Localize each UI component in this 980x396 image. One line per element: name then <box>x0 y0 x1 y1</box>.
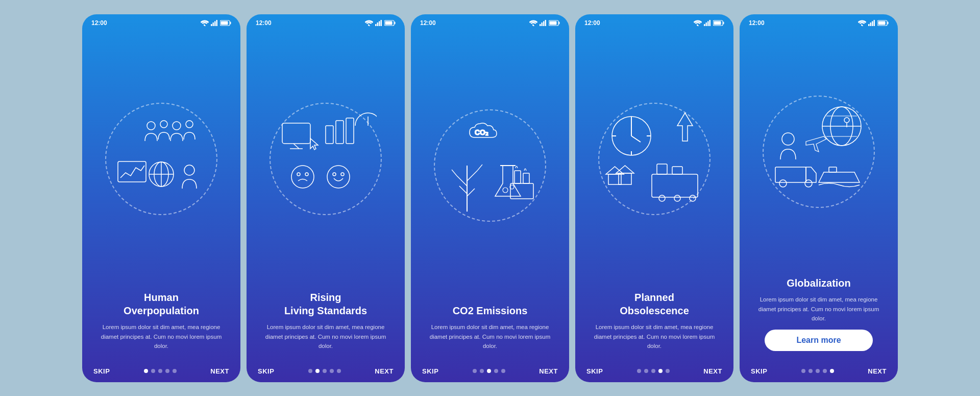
svg-point-34 <box>327 166 350 188</box>
dots-5 <box>801 369 834 373</box>
screen-3: 12:00 <box>411 14 569 382</box>
svg-line-25 <box>293 144 299 149</box>
svg-marker-76 <box>616 166 634 173</box>
skip-5[interactable]: SKIP <box>751 367 767 375</box>
co2-illustration: CO₂ <box>439 114 541 217</box>
svg-text:CO₂: CO₂ <box>475 128 488 136</box>
svg-rect-60 <box>707 21 709 26</box>
icon-area-3: CO₂ <box>411 29 569 298</box>
dot-1-4 <box>173 369 177 373</box>
dot-4-4 <box>666 369 670 373</box>
wifi-icon <box>201 20 209 26</box>
battery-icon-4 <box>713 20 724 26</box>
svg-rect-58 <box>704 24 705 26</box>
status-bar-3: 12:00 <box>411 14 569 29</box>
svg-rect-98 <box>775 167 806 182</box>
dot-5-2 <box>816 369 820 373</box>
screen-1: 12:00 <box>82 14 240 382</box>
time-3: 12:00 <box>420 19 436 27</box>
learn-more-button[interactable]: Learn more <box>765 330 873 351</box>
status-icons-3 <box>529 20 560 26</box>
svg-rect-77 <box>652 174 698 197</box>
dot-3-1 <box>480 369 484 373</box>
svg-rect-83 <box>868 24 870 26</box>
signal-icon-4 <box>704 20 711 26</box>
bottom-nav-4: SKIP NEXT <box>575 363 733 382</box>
svg-rect-63 <box>723 21 724 24</box>
dot-1-3 <box>165 369 169 373</box>
wifi-icon-2 <box>365 20 373 26</box>
signal-icon-2 <box>375 20 382 26</box>
svg-line-46 <box>457 176 467 186</box>
desc-5: Lorem ipsum dolor sit dim amet, mea regi… <box>751 295 887 323</box>
svg-rect-24 <box>282 123 310 144</box>
next-4[interactable]: NEXT <box>703 367 722 375</box>
svg-rect-22 <box>395 21 396 24</box>
skip-1[interactable]: SKIP <box>93 367 110 375</box>
svg-point-100 <box>805 180 812 187</box>
dot-2-0 <box>308 369 312 373</box>
svg-rect-29 <box>346 118 354 144</box>
svg-rect-86 <box>874 20 875 26</box>
desc-4: Lorem ipsum dolor sit dim amet, mea regi… <box>586 322 722 351</box>
icon-area-5 <box>740 29 898 271</box>
svg-rect-38 <box>542 22 543 26</box>
svg-point-32 <box>297 173 300 176</box>
svg-rect-17 <box>375 24 377 26</box>
svg-rect-57 <box>523 173 529 183</box>
dots-4 <box>637 369 670 373</box>
next-3[interactable]: NEXT <box>539 367 558 375</box>
svg-rect-39 <box>543 21 545 26</box>
svg-rect-18 <box>377 22 379 26</box>
title-1: HumanOverpopulation <box>93 291 229 317</box>
dot-2-1 <box>315 369 320 373</box>
svg-point-81 <box>674 195 680 201</box>
svg-rect-78 <box>657 164 667 174</box>
svg-line-49 <box>467 189 475 196</box>
icon-area-2 <box>247 29 405 285</box>
svg-rect-37 <box>540 24 541 26</box>
skip-3[interactable]: SKIP <box>422 367 438 375</box>
screen-2: 12:00 <box>247 14 405 382</box>
dot-5-3 <box>823 369 827 373</box>
content-area-3: CO2 Emissions Lorem ipsum dolor sit dim … <box>411 298 569 363</box>
wifi-icon-4 <box>694 20 702 26</box>
battery-icon <box>220 20 231 26</box>
dot-1-0 <box>144 369 148 373</box>
svg-point-35 <box>333 173 336 176</box>
svg-rect-27 <box>326 126 333 144</box>
svg-rect-20 <box>381 20 382 26</box>
svg-rect-19 <box>379 21 380 26</box>
dot-5-0 <box>801 369 805 373</box>
icon-area-4 <box>575 29 733 285</box>
skip-4[interactable]: SKIP <box>586 367 603 375</box>
svg-rect-1 <box>213 22 214 26</box>
skip-2[interactable]: SKIP <box>258 367 274 375</box>
svg-point-95 <box>844 118 849 123</box>
icon-circle-5 <box>763 96 875 208</box>
svg-rect-79 <box>672 167 682 174</box>
svg-rect-56 <box>514 171 521 183</box>
content-area-2: RisingLiving Standards Lorem ipsum dolor… <box>247 285 405 363</box>
svg-rect-42 <box>559 21 560 24</box>
svg-rect-6 <box>221 21 228 25</box>
svg-point-53 <box>503 188 508 193</box>
svg-rect-64 <box>714 21 721 25</box>
next-5[interactable]: NEXT <box>868 367 887 375</box>
svg-rect-5 <box>230 21 231 24</box>
svg-rect-89 <box>878 21 886 25</box>
svg-rect-0 <box>211 24 212 26</box>
next-1[interactable]: NEXT <box>210 367 229 375</box>
svg-point-31 <box>291 166 314 188</box>
svg-marker-75 <box>619 173 631 184</box>
title-3: CO2 Emissions <box>422 304 558 317</box>
svg-rect-2 <box>214 21 216 26</box>
dot-4-3 <box>658 369 663 373</box>
next-2[interactable]: NEXT <box>375 367 394 375</box>
status-bar-2: 12:00 <box>247 14 405 29</box>
svg-rect-88 <box>888 21 889 24</box>
icon-area-1 <box>82 29 240 285</box>
wifi-icon-3 <box>529 20 537 26</box>
dot-3-3 <box>494 369 498 373</box>
title-4: PlannedObsolescence <box>586 291 722 317</box>
